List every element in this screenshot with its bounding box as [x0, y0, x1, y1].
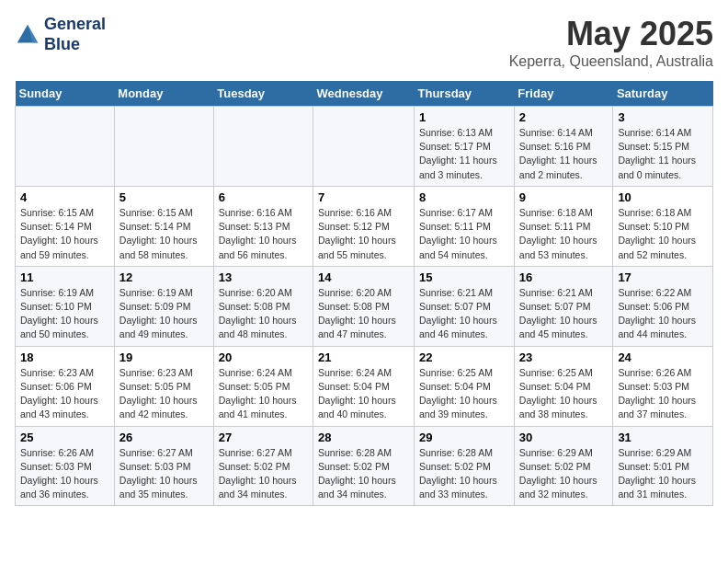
sunrise-time: Sunrise: 6:21 AM — [419, 287, 493, 298]
sunset-time: Sunset: 5:09 PM — [119, 301, 191, 312]
day-info: Sunrise: 6:18 AM Sunset: 5:11 PM Dayligh… — [519, 206, 609, 262]
sunrise-time: Sunrise: 6:24 AM — [318, 367, 392, 378]
day-number: 17 — [618, 270, 708, 284]
daylight-hours: Daylight: 10 hours and 56 minutes. — [219, 235, 297, 259]
sunrise-time: Sunrise: 6:26 AM — [20, 447, 94, 458]
sunset-time: Sunset: 5:03 PM — [618, 381, 689, 392]
sunset-time: Sunset: 5:10 PM — [20, 301, 92, 312]
subtitle: Keperra, Queensland, Australia — [509, 53, 713, 70]
daylight-hours: Daylight: 10 hours and 32 minutes. — [519, 475, 597, 500]
day-info: Sunrise: 6:23 AM Sunset: 5:06 PM Dayligh… — [20, 366, 109, 422]
calendar-cell — [213, 107, 313, 187]
sunrise-time: Sunrise: 6:27 AM — [119, 447, 193, 458]
sunrise-time: Sunrise: 6:29 AM — [519, 447, 593, 458]
day-number: 25 — [20, 431, 109, 444]
daylight-hours: Daylight: 10 hours and 49 minutes. — [119, 315, 198, 339]
day-number: 4 — [20, 190, 109, 204]
calendar-cell: 1 Sunrise: 6:13 AM Sunset: 5:17 PM Dayli… — [415, 107, 515, 187]
sunset-time: Sunset: 5:15 PM — [618, 141, 689, 152]
daylight-hours: Daylight: 10 hours and 36 minutes. — [20, 475, 98, 500]
daylight-hours: Daylight: 10 hours and 38 minutes. — [519, 395, 597, 419]
calendar-cell: 19 Sunrise: 6:23 AM Sunset: 5:05 PM Dayl… — [114, 346, 213, 426]
day-info: Sunrise: 6:27 AM Sunset: 5:03 PM Dayligh… — [119, 446, 209, 502]
daylight-hours: Daylight: 10 hours and 31 minutes. — [618, 475, 696, 500]
day-info: Sunrise: 6:20 AM Sunset: 5:08 PM Dayligh… — [219, 286, 308, 342]
calendar-cell: 11 Sunrise: 6:19 AM Sunset: 5:10 PM Dayl… — [16, 266, 115, 346]
sunset-time: Sunset: 5:06 PM — [20, 381, 92, 392]
sunrise-time: Sunrise: 6:18 AM — [519, 207, 593, 218]
day-info: Sunrise: 6:28 AM Sunset: 5:02 PM Dayligh… — [419, 446, 509, 502]
day-number: 26 — [119, 431, 209, 444]
day-info: Sunrise: 6:29 AM Sunset: 5:01 PM Dayligh… — [618, 446, 708, 502]
daylight-hours: Daylight: 10 hours and 58 minutes. — [119, 235, 198, 259]
calendar-week-row: 4 Sunrise: 6:15 AM Sunset: 5:14 PM Dayli… — [16, 186, 713, 266]
day-info: Sunrise: 6:23 AM Sunset: 5:05 PM Dayligh… — [119, 366, 209, 422]
sunset-time: Sunset: 5:06 PM — [618, 301, 689, 312]
day-number: 6 — [219, 190, 308, 204]
day-number: 27 — [219, 431, 308, 444]
sunrise-time: Sunrise: 6:25 AM — [519, 367, 593, 378]
calendar-cell: 12 Sunrise: 6:19 AM Sunset: 5:09 PM Dayl… — [114, 266, 213, 346]
day-number: 29 — [419, 431, 509, 444]
day-number: 24 — [618, 350, 708, 364]
day-info: Sunrise: 6:28 AM Sunset: 5:02 PM Dayligh… — [318, 446, 409, 502]
day-info: Sunrise: 6:16 AM Sunset: 5:13 PM Dayligh… — [219, 206, 308, 262]
daylight-hours: Daylight: 10 hours and 54 minutes. — [419, 235, 497, 259]
day-info: Sunrise: 6:18 AM Sunset: 5:10 PM Dayligh… — [618, 206, 708, 262]
daylight-hours: Daylight: 10 hours and 42 minutes. — [119, 395, 198, 419]
sunrise-time: Sunrise: 6:26 AM — [618, 367, 691, 378]
day-number: 1 — [419, 110, 509, 124]
day-info: Sunrise: 6:27 AM Sunset: 5:02 PM Dayligh… — [219, 446, 308, 502]
day-number: 8 — [419, 190, 509, 204]
sunset-time: Sunset: 5:02 PM — [519, 461, 591, 472]
day-number: 19 — [119, 350, 209, 364]
sunrise-time: Sunrise: 6:14 AM — [519, 127, 593, 138]
calendar-cell: 23 Sunrise: 6:25 AM Sunset: 5:04 PM Dayl… — [514, 346, 613, 426]
sunset-time: Sunset: 5:02 PM — [318, 461, 390, 472]
daylight-hours: Daylight: 11 hours and 0 minutes. — [618, 155, 696, 179]
calendar-cell: 3 Sunrise: 6:14 AM Sunset: 5:15 PM Dayli… — [613, 107, 713, 187]
sunrise-time: Sunrise: 6:20 AM — [219, 287, 292, 298]
calendar-cell: 4 Sunrise: 6:15 AM Sunset: 5:14 PM Dayli… — [16, 186, 115, 266]
calendar-table: SundayMondayTuesdayWednesdayThursdayFrid… — [15, 81, 713, 506]
weekday-header-saturday: Saturday — [613, 81, 713, 107]
day-info: Sunrise: 6:26 AM Sunset: 5:03 PM Dayligh… — [20, 446, 109, 502]
daylight-hours: Daylight: 10 hours and 53 minutes. — [519, 235, 597, 259]
sunset-time: Sunset: 5:10 PM — [618, 221, 689, 232]
calendar-cell: 22 Sunrise: 6:25 AM Sunset: 5:04 PM Dayl… — [415, 346, 515, 426]
daylight-hours: Daylight: 10 hours and 39 minutes. — [419, 395, 497, 419]
daylight-hours: Daylight: 10 hours and 59 minutes. — [20, 235, 98, 259]
day-number: 22 — [419, 350, 509, 364]
sunrise-time: Sunrise: 6:29 AM — [618, 447, 691, 458]
day-info: Sunrise: 6:21 AM Sunset: 5:07 PM Dayligh… — [419, 286, 509, 342]
calendar-cell: 8 Sunrise: 6:17 AM Sunset: 5:11 PM Dayli… — [415, 186, 515, 266]
calendar-cell: 10 Sunrise: 6:18 AM Sunset: 5:10 PM Dayl… — [613, 186, 713, 266]
sunrise-time: Sunrise: 6:21 AM — [519, 287, 593, 298]
day-number: 30 — [519, 431, 609, 444]
day-number: 12 — [119, 270, 209, 284]
sunset-time: Sunset: 5:04 PM — [519, 381, 591, 392]
day-number: 23 — [519, 350, 609, 364]
daylight-hours: Daylight: 10 hours and 52 minutes. — [618, 235, 696, 259]
calendar-cell: 21 Sunrise: 6:24 AM Sunset: 5:04 PM Dayl… — [313, 346, 415, 426]
sunrise-time: Sunrise: 6:15 AM — [119, 207, 193, 218]
sunset-time: Sunset: 5:04 PM — [419, 381, 491, 392]
sunrise-time: Sunrise: 6:19 AM — [119, 287, 193, 298]
calendar-cell: 2 Sunrise: 6:14 AM Sunset: 5:16 PM Dayli… — [514, 107, 613, 187]
calendar-week-row: 11 Sunrise: 6:19 AM Sunset: 5:10 PM Dayl… — [16, 266, 713, 346]
weekday-header-thursday: Thursday — [415, 81, 515, 107]
sunset-time: Sunset: 5:03 PM — [119, 461, 191, 472]
calendar-week-row: 25 Sunrise: 6:26 AM Sunset: 5:03 PM Dayl… — [16, 426, 713, 506]
sunset-time: Sunset: 5:05 PM — [119, 381, 191, 392]
day-info: Sunrise: 6:15 AM Sunset: 5:14 PM Dayligh… — [20, 206, 109, 262]
sunrise-time: Sunrise: 6:23 AM — [119, 367, 193, 378]
day-number: 14 — [318, 270, 409, 284]
weekday-header-sunday: Sunday — [16, 81, 115, 107]
day-info: Sunrise: 6:20 AM Sunset: 5:08 PM Dayligh… — [318, 286, 409, 342]
logo-icon — [15, 22, 40, 48]
sunset-time: Sunset: 5:17 PM — [419, 141, 491, 152]
calendar-cell: 7 Sunrise: 6:16 AM Sunset: 5:12 PM Dayli… — [313, 186, 415, 266]
calendar-cell: 18 Sunrise: 6:23 AM Sunset: 5:06 PM Dayl… — [16, 346, 115, 426]
sunrise-time: Sunrise: 6:19 AM — [20, 287, 94, 298]
sunset-time: Sunset: 5:14 PM — [119, 221, 191, 232]
